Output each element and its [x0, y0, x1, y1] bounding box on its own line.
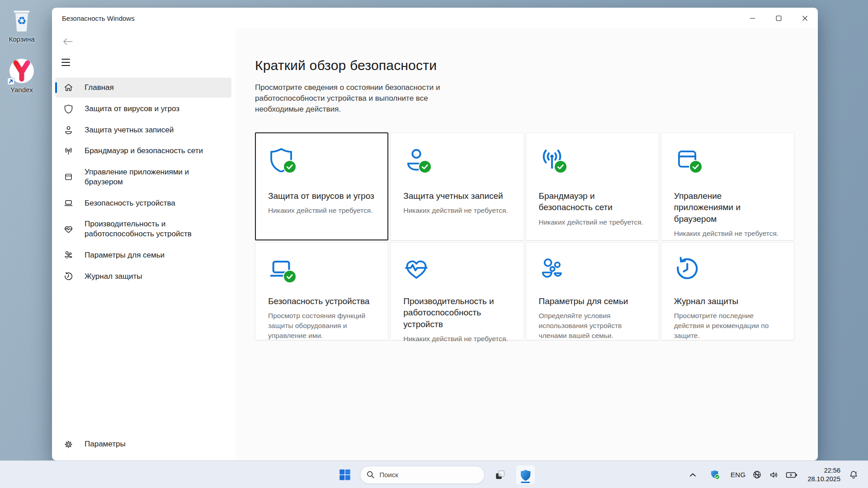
clock-date: 28.10.2025 — [807, 475, 840, 483]
taskbar: ENG — [0, 460, 868, 488]
security-tiles-grid: Защита от вирусов и угроз Никаких действ… — [255, 132, 794, 340]
maximize-button[interactable] — [765, 8, 792, 28]
tile-app-browser-control[interactable]: Управление приложениями и браузером Ника… — [661, 132, 794, 240]
tray-volume-icon[interactable] — [767, 466, 781, 484]
status-text: Никаких действий не требуется. — [403, 334, 511, 344]
defender-shield-icon — [519, 469, 532, 481]
shortcut-arrow-icon — [7, 78, 14, 85]
titlebar[interactable]: Безопасность Windows — [52, 8, 818, 28]
tile-virus-threat-protection[interactable]: Защита от вирусов и угроз Никаких действ… — [255, 132, 388, 240]
tile-device-security[interactable]: Безопасность устройства Просмотр состоян… — [255, 242, 388, 340]
status-text: Никаких действий не требуется. — [403, 206, 511, 216]
close-button[interactable] — [792, 8, 818, 28]
history-icon — [64, 272, 73, 281]
tile-family-options[interactable]: Параметры для семьи Определяйте условия … — [526, 242, 659, 340]
family-icon — [539, 256, 565, 282]
sidebar-item-virus-threat-protection[interactable]: Защита от вирусов и угроз — [55, 99, 231, 119]
minimize-button[interactable] — [739, 8, 765, 28]
tray-overflow-chevron[interactable] — [686, 466, 699, 484]
sidebar-item-account-protection[interactable]: Защита учетных записей — [55, 120, 231, 140]
status-ok-badge — [689, 160, 703, 174]
desktop-icon-yandex[interactable]: Yandex — [1, 58, 42, 94]
heart-pulse-icon — [403, 256, 429, 282]
sidebar-item-protection-history[interactable]: Журнал защиты — [55, 267, 231, 286]
svg-text:♻: ♻ — [17, 15, 26, 27]
home-icon — [64, 83, 73, 92]
search-input[interactable] — [379, 471, 470, 479]
search-icon — [367, 471, 374, 479]
status-text: Просмотрите последние действия и рекомен… — [674, 311, 782, 341]
tile-device-performance[interactable]: Производительность и работоспособность у… — [390, 242, 524, 340]
recycle-bin-icon: ♻ — [1, 6, 42, 33]
sidebar-item-settings[interactable]: Параметры — [55, 434, 231, 454]
status-ok-badge — [283, 270, 297, 283]
network-antenna-icon — [64, 146, 73, 156]
sidebar-item-device-performance[interactable]: Производительность и работоспособность у… — [55, 214, 231, 244]
main-content: Краткий обзор безопасности Просмотрите с… — [236, 28, 816, 460]
page-description: Просмотрите сведения о состоянии безопас… — [255, 82, 477, 115]
task-view-button[interactable] — [491, 465, 509, 484]
desktop-icon-label: Yandex — [1, 86, 42, 94]
sidebar-item-firewall-network[interactable]: Брандмауэр и безопасность сети — [55, 141, 231, 161]
notification-bell-icon[interactable]: z — [846, 466, 861, 484]
app-window-icon — [64, 172, 73, 182]
sidebar-item-family-options[interactable]: Параметры для семьи — [55, 245, 231, 265]
tray-language-switcher[interactable]: ENG — [726, 466, 750, 484]
page-title: Краткий обзор безопасности — [255, 58, 794, 73]
back-button[interactable] — [60, 35, 75, 48]
desktop-icon-recycle-bin[interactable]: ♻ Корзина — [1, 6, 42, 43]
status-text: Просмотр состояния функций защиты оборуд… — [268, 311, 376, 341]
window-title: Безопасность Windows — [62, 14, 135, 22]
sidebar-nav: Главная Защита от вирусов и угроз Защита… — [55, 78, 231, 286]
tray-network-icon[interactable] — [750, 466, 764, 484]
heart-pulse-icon — [64, 225, 73, 234]
laptop-icon — [64, 198, 73, 208]
yandex-browser-icon — [1, 58, 42, 84]
tray-defender-icon[interactable] — [708, 466, 722, 484]
start-button[interactable] — [335, 465, 354, 484]
windows-security-window: Безопасность Windows Главная — [52, 8, 818, 460]
task-view-icon — [495, 469, 505, 480]
person-icon — [64, 125, 73, 135]
status-text: Никаких действий не требуется. — [539, 217, 647, 227]
svg-text:z: z — [855, 470, 857, 474]
sidebar: Главная Защита от вирусов и угроз Защита… — [52, 55, 235, 460]
status-ok-badge — [283, 160, 297, 174]
taskbar-search[interactable] — [360, 466, 485, 484]
status-text: Никаких действий не требуется. — [674, 229, 782, 239]
family-icon — [64, 250, 73, 260]
sidebar-item-home[interactable]: Главная — [55, 78, 231, 98]
tile-protection-history[interactable]: Журнал защиты Просмотрите последние дейс… — [661, 242, 794, 340]
status-text: Никаких действий не требуется. — [268, 206, 376, 216]
clock-time: 22:56 — [807, 466, 840, 475]
status-text: Определяйте условия использования устрой… — [539, 311, 647, 341]
status-ok-badge — [418, 160, 432, 174]
sidebar-item-app-browser-control[interactable]: Управление приложениями и браузером — [55, 162, 231, 192]
tray-clock[interactable]: 22:56 28.10.2025 — [807, 466, 840, 483]
menu-toggle-button[interactable] — [61, 55, 78, 70]
status-ok-badge — [554, 160, 567, 174]
sidebar-item-device-security[interactable]: Безопасность устройства — [55, 193, 231, 213]
tray-battery-icon[interactable] — [784, 466, 799, 484]
desktop: ♻ Корзина Yandex Безопасность Windows — [0, 0, 868, 488]
desktop-icon-label: Корзина — [1, 35, 42, 43]
tile-account-protection[interactable]: Защита учетных записей Никаких действий … — [390, 132, 524, 240]
windows-logo-icon — [339, 469, 350, 480]
active-app-indicator — [521, 482, 530, 483]
windows-security-app-button[interactable] — [515, 465, 535, 485]
history-icon — [674, 256, 700, 282]
tile-firewall-network[interactable]: Брандмауэр и безопасность сети Никаких д… — [526, 132, 659, 240]
gear-icon — [64, 440, 73, 449]
system-tray: ENG — [686, 461, 868, 488]
shield-icon — [64, 104, 73, 113]
